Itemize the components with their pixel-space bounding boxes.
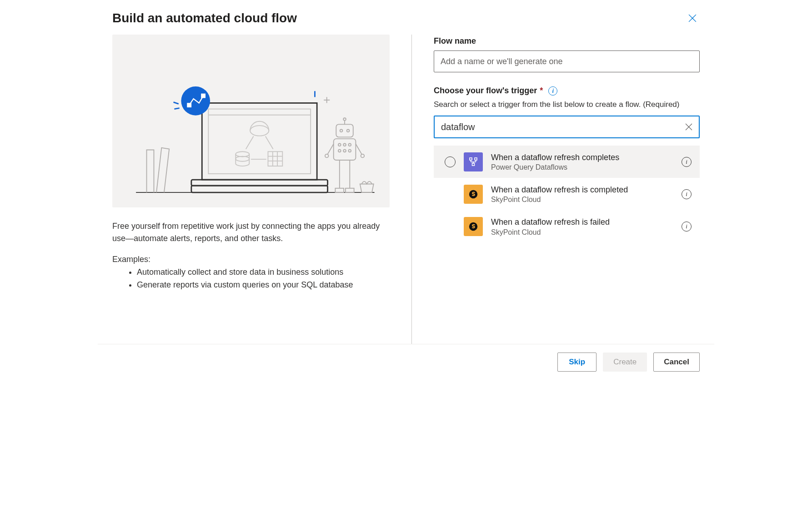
svg-point-30: [338, 143, 341, 146]
radio-unselected[interactable]: [445, 156, 456, 167]
svg-point-33: [338, 150, 341, 152]
svg-point-37: [325, 154, 328, 157]
svg-line-36: [328, 144, 334, 154]
flow-name-input[interactable]: [434, 50, 700, 72]
trigger-label-text: Choose your flow's trigger: [434, 86, 537, 96]
svg-rect-42: [335, 188, 344, 192]
trigger-label: Choose your flow's trigger * i: [434, 86, 700, 96]
trigger-search-input[interactable]: [434, 116, 700, 138]
flow-name-label: Flow name: [434, 36, 700, 46]
required-asterisk: *: [540, 86, 543, 96]
connector-icon-skypoint: [464, 217, 483, 236]
svg-rect-46: [470, 158, 472, 160]
svg-rect-18: [201, 94, 205, 97]
info-icon[interactable]: i: [548, 86, 557, 96]
svg-point-35: [348, 150, 351, 152]
svg-point-24: [343, 118, 346, 121]
info-icon[interactable]: i: [682, 222, 692, 232]
svg-point-27: [340, 130, 343, 132]
examples-label: Examples:: [112, 255, 390, 264]
svg-rect-43: [346, 188, 354, 192]
connector-icon-dataflows: [464, 152, 483, 171]
svg-rect-26: [336, 124, 353, 137]
dialog-title: Build an automated cloud flow: [112, 11, 297, 25]
trigger-connector: SkyPoint Cloud: [491, 196, 673, 204]
description-text: Free yourself from repetitive work just …: [112, 220, 390, 245]
trigger-option[interactable]: When a dataflow refresh completes Power …: [434, 146, 700, 178]
trigger-title: When a dataflow refresh is failed: [491, 217, 673, 228]
close-icon: [685, 123, 692, 131]
svg-line-20: [174, 108, 179, 109]
trigger-helper-text: Search or select a trigger from the list…: [434, 100, 700, 109]
svg-line-38: [356, 144, 361, 154]
illustration-svg: [123, 48, 379, 205]
example-item: Automatically collect and store data in …: [137, 266, 390, 279]
svg-point-32: [348, 143, 351, 146]
close-icon: [688, 14, 697, 22]
svg-rect-6: [191, 186, 328, 192]
svg-rect-17: [187, 103, 190, 106]
trigger-list: When a dataflow refresh completes Power …: [434, 146, 700, 243]
trigger-connector: Power Query Dataflows: [491, 163, 673, 171]
svg-line-19: [174, 102, 179, 104]
svg-point-8: [250, 126, 269, 136]
svg-rect-48: [472, 163, 475, 166]
info-icon[interactable]: i: [682, 189, 692, 199]
svg-point-34: [343, 150, 346, 152]
vertical-divider: [411, 35, 412, 344]
svg-point-31: [343, 143, 346, 146]
svg-rect-11: [268, 151, 282, 166]
close-button[interactable]: [685, 11, 700, 25]
example-item: Generate reports via custom queries on y…: [137, 279, 390, 292]
connector-icon-skypoint: [464, 185, 483, 204]
trigger-title: When a dataflow refresh completes: [491, 152, 673, 163]
svg-rect-4: [208, 109, 311, 174]
info-icon[interactable]: i: [682, 157, 692, 167]
svg-rect-47: [475, 158, 477, 160]
illustration: [112, 35, 390, 207]
trigger-title: When a dataflow refresh is completed: [491, 184, 673, 196]
trigger-connector: SkyPoint Cloud: [491, 228, 673, 237]
svg-point-39: [361, 154, 364, 157]
svg-point-28: [347, 130, 350, 132]
cancel-button[interactable]: Cancel: [653, 353, 700, 372]
create-button[interactable]: Create: [603, 353, 647, 372]
examples-list: Automatically collect and store data in …: [112, 266, 390, 292]
flow-name-label-text: Flow name: [434, 36, 476, 46]
skip-button[interactable]: Skip: [557, 353, 596, 372]
trigger-option[interactable]: When a dataflow refresh is failed SkyPoi…: [434, 210, 700, 242]
trigger-option[interactable]: When a dataflow refresh is completed Sky…: [434, 178, 700, 210]
svg-rect-5: [191, 180, 328, 186]
clear-search-button[interactable]: [682, 121, 695, 133]
